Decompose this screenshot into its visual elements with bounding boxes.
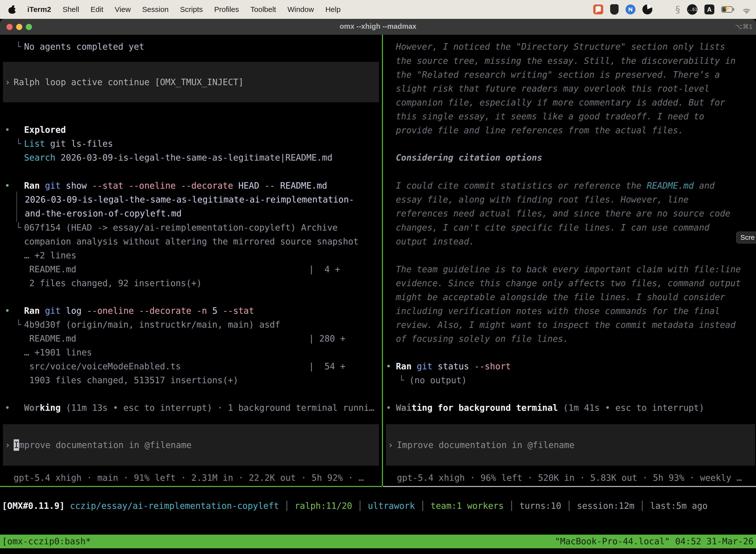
thinking-para1-line4: slight risk that future readers may over… (0, 83, 756, 94)
tmux-session-label: [omx-cczip0:bash* (2, 535, 91, 548)
wheel-app-icon[interactable] (626, 4, 635, 14)
right-composer-input[interactable]: › Improve documentation in @filename (386, 424, 755, 466)
menu-status-icons: § ..61 A ⚡ (593, 4, 756, 15)
terminal-content: › Ralph loop active continue [OMX_TMUX_I… (0, 35, 756, 554)
git-show-output-ellipsis: … +2 lines (0, 250, 756, 261)
menu-item-session[interactable]: Session (142, 5, 169, 14)
agent-injected-prompt-box[interactable]: › Ralph loop active continue [OMX_TMUX_I… (3, 62, 379, 102)
thinking-para3-line3: might be acceptable alongside the file l… (0, 291, 756, 303)
chat-app-icon[interactable] (593, 4, 603, 14)
thinking-para2-line3: references need actual files, and since … (0, 208, 756, 219)
thinking-para1-line1: However, I noticed the "Directory Struct… (0, 41, 756, 52)
charging-bolt-icon: ⚡ (724, 5, 731, 12)
thinking-para2-line1: I could cite commit statistics or refere… (0, 180, 756, 191)
window-title: omx --xhigh --madmax (0, 22, 756, 31)
section-squiggle-icon[interactable]: § (675, 4, 680, 15)
thinking-heading: Considering citation options (0, 152, 756, 163)
prompt-chevron-icon: › (5, 440, 10, 450)
waiting-status-line: •Waiting for background terminal (1m 41s… (0, 402, 756, 413)
battery-charging-icon[interactable]: ⚡ (721, 6, 734, 13)
letter-a-icon[interactable]: A (704, 4, 714, 14)
screen-edge-overlay: Scre (736, 232, 756, 243)
iterm2-window: omx --xhigh --madmax ⌥⌘1 › Ralph loop ac… (0, 19, 756, 554)
thinking-para2-line5: output instead. (0, 236, 756, 247)
thinking-para1-line6: this single essay, it seems like a good … (0, 111, 756, 122)
thinking-para3-line2: evidence. Since this change only affects… (0, 277, 756, 289)
thinking-para1-line5: companion file, especially if more comme… (0, 97, 756, 108)
overlay-label: Scre (740, 233, 755, 241)
window-shortcut-badge: ⌥⌘1 (735, 23, 753, 31)
dots-grid-icon[interactable] (659, 5, 669, 14)
menu-items: iTerm2ShellEditViewSessionScriptsProfile… (0, 5, 340, 14)
menu-item-shell[interactable]: Shell (63, 5, 79, 14)
thinking-para2-line4: changes, I can't cite specific file line… (0, 222, 756, 233)
tmux-status-bar: [omx-cczip0:bash* "MacBook-Pro-44.local"… (0, 535, 756, 548)
active-pane-bottom-border (0, 486, 382, 487)
thinking-para1-line2: the source tree, missing the essay. Stil… (0, 55, 756, 66)
pie-chart-icon[interactable] (642, 4, 652, 14)
menu-item-iterm2[interactable]: iTerm2 (27, 5, 51, 14)
count-badge-icon[interactable]: ..61 (687, 4, 697, 15)
wifi-icon[interactable] (741, 5, 752, 13)
thinking-para3-line4: including verification notes with those … (0, 305, 756, 317)
thinking-para3-line5: review. Also, I might want to inspect th… (0, 319, 756, 331)
tmux-host-clock-label: "MacBook-Pro-44.local" 04:52 31-Mar-26 (555, 535, 754, 548)
menu-item-view[interactable]: View (115, 5, 131, 14)
prompt-chevron-icon: › (388, 440, 393, 450)
menu-item-window[interactable]: Window (288, 5, 314, 14)
git-status-output: └(no output) (0, 375, 756, 386)
thinking-para1-line7: provide file and line references from th… (0, 125, 756, 136)
inactive-pane-bottom-border (383, 486, 756, 487)
thinking-para2-line2: essay file, along with finding root file… (0, 194, 756, 205)
menu-item-scripts[interactable]: Scripts (180, 5, 203, 14)
menu-item-help[interactable]: Help (325, 5, 341, 14)
explored-list-line: └List git ls-files (0, 138, 756, 150)
menu-item-toolbelt[interactable]: Toolbelt (251, 5, 276, 14)
macos-menu-bar: iTerm2ShellEditViewSessionScriptsProfile… (0, 0, 756, 19)
menu-item-profiles[interactable]: Profiles (214, 5, 239, 14)
thinking-para1-line3: the "Related research writing" section i… (0, 69, 756, 80)
ran-git-status-command: •Ran git status --short (0, 361, 756, 372)
omx-status-line: [OMX#0.11.9] cczip/essay/ai-reimplementa… (2, 501, 708, 511)
composer-placeholder-text: mprove documentation in @filename (19, 440, 191, 450)
composer-placeholder-text: Improve documentation in @filename (397, 440, 574, 450)
text-cursor: I (14, 439, 19, 451)
git-log-output-ellipsis: … +1901 lines (0, 347, 756, 358)
apple-menu-icon[interactable] (8, 5, 16, 14)
shield-grid-icon[interactable] (610, 4, 619, 15)
menu-item-edit[interactable]: Edit (90, 5, 104, 14)
thinking-para3-line1: The team guideline is to back every impo… (0, 264, 756, 275)
right-model-status-line: gpt-5.4 xhigh · 96% left · 520K in · 5.8… (0, 472, 756, 484)
thinking-para3-line6: of focusing solely on file lines. (0, 333, 756, 344)
left-composer-input[interactable]: › I mprove documentation in @filename (3, 424, 379, 466)
window-title-bar[interactable]: omx --xhigh --madmax ⌥⌘1 (0, 19, 756, 35)
